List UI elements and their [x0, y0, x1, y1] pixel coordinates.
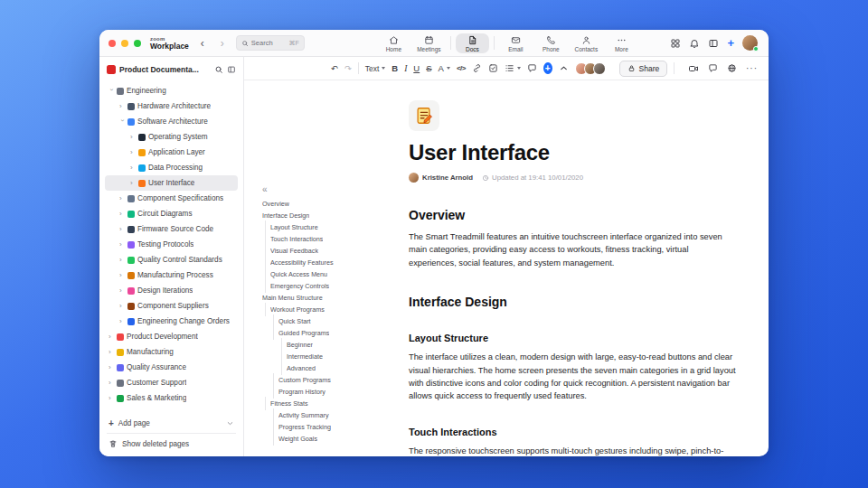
insert-block-button[interactable]: +	[543, 62, 552, 74]
sidebar-page-item[interactable]: › Engineering Change Orders	[105, 314, 238, 329]
redo-button[interactable]: ↷	[344, 61, 352, 76]
outline-item[interactable]: Progress Tracking	[262, 421, 401, 433]
tab-meetings[interactable]: Meetings	[412, 33, 446, 53]
collaborator-avatar[interactable]	[593, 62, 606, 75]
sidebar-page-item[interactable]: › Data Processing	[105, 160, 238, 175]
link-button[interactable]	[472, 61, 482, 76]
italic-button[interactable]: I	[404, 61, 407, 76]
chevron-right-icon[interactable]: ›	[108, 396, 114, 401]
outline-item[interactable]: Accessibility Features	[262, 257, 401, 268]
minimize-window-button[interactable]	[121, 40, 128, 47]
sidebar-collapse-button[interactable]	[227, 65, 236, 74]
sidebar-page-item[interactable]: › Quality Control Standards	[105, 252, 238, 267]
outline-item[interactable]: Weight Goals	[262, 433, 401, 445]
chevron-right-icon[interactable]: ›	[108, 334, 114, 340]
underline-button[interactable]: U	[413, 61, 420, 76]
doc-emoji[interactable]	[409, 100, 439, 131]
outline-item[interactable]: Advanced	[262, 362, 401, 374]
outline-item[interactable]: Beginner	[262, 339, 401, 351]
chevron-right-icon[interactable]: ›	[119, 319, 125, 324]
notifications-button[interactable]	[689, 38, 700, 49]
outline-item[interactable]: Workout Programs	[262, 304, 401, 315]
chevron-right-icon[interactable]: ›	[119, 273, 125, 278]
sidebar-page-item[interactable]: › Component Specifications	[105, 191, 238, 206]
chevron-right-icon[interactable]: ›	[130, 150, 136, 155]
doc-section[interactable]: The interface utilizes a clean, modern d…	[409, 351, 736, 403]
sidebar-page-item[interactable]: › Customer Support	[105, 375, 238, 390]
outline-item[interactable]: Touch Interactions	[262, 233, 401, 245]
chevron-right-icon[interactable]: ›	[108, 350, 114, 355]
text-color-dropdown[interactable]: A	[439, 61, 450, 76]
doc-section[interactable]: Overview	[409, 208, 736, 222]
chevron-right-icon[interactable]: ›	[130, 135, 136, 140]
doc-section[interactable]: Touch Interactions	[409, 427, 736, 437]
sidebar-page-item[interactable]: › Quality Assurance	[105, 360, 238, 375]
chevron-right-icon[interactable]: ›	[108, 380, 114, 386]
sidebar-page-item[interactable]: › Firmware Source Code	[105, 221, 238, 237]
outline-item[interactable]: Emergency Controls	[262, 280, 401, 292]
chevron-right-icon[interactable]: ›	[108, 365, 114, 371]
sidebar-page-item[interactable]: › Manufacturing Process	[105, 267, 238, 283]
chevron-right-icon[interactable]: ›	[130, 165, 136, 171]
chevron-right-icon[interactable]: ›	[119, 104, 125, 109]
text-style-dropdown[interactable]: Text	[365, 61, 386, 76]
tab-home[interactable]: Home	[377, 33, 410, 53]
outline-item[interactable]: Quick Access Menu	[262, 268, 401, 280]
sidebar-page-item[interactable]: › Manufacturing	[105, 344, 238, 360]
zoom-window-button[interactable]	[134, 40, 141, 47]
doc-section[interactable]: Interface Design	[409, 295, 736, 309]
chevron-right-icon[interactable]: ›	[119, 227, 125, 232]
sidebar-page-item[interactable]: › User Interface	[105, 175, 238, 191]
doc-title[interactable]: User Interface	[409, 140, 736, 165]
show-deleted-pages-button[interactable]: Show deleted pages	[105, 436, 238, 451]
nav-forward-button[interactable]: ›	[216, 36, 229, 51]
sidebar-page-item[interactable]: › Sales & Marketing	[105, 390, 238, 406]
global-search-input[interactable]: Search ⌘F	[236, 35, 305, 51]
publish-web-button[interactable]	[727, 61, 737, 76]
nav-back-button[interactable]: ‹	[196, 36, 209, 51]
chevron-right-icon[interactable]: ›	[119, 242, 125, 248]
tab-email[interactable]: Email	[499, 33, 533, 53]
chevron-right-icon[interactable]: ›	[119, 258, 125, 263]
chevron-right-icon[interactable]: ›	[130, 181, 136, 186]
chevron-right-icon[interactable]: ›	[108, 89, 114, 94]
outline-item[interactable]: Guided Programs	[262, 327, 401, 339]
strikethrough-button[interactable]: S	[426, 61, 431, 76]
sidebar-page-item[interactable]: › Software Architecture	[105, 114, 238, 129]
add-page-button[interactable]: + Add page	[105, 416, 238, 430]
close-window-button[interactable]	[108, 40, 116, 47]
outline-item[interactable]: Intermediate	[262, 351, 401, 362]
outline-item[interactable]: Program History	[262, 386, 401, 398]
sidebar-page-item[interactable]: › Testing Protocols	[105, 237, 238, 252]
apps-grid-button[interactable]	[670, 38, 681, 49]
chevron-right-icon[interactable]: ›	[119, 304, 125, 309]
open-comments-button[interactable]	[708, 61, 718, 76]
code-button[interactable]: </>	[457, 61, 466, 76]
sidebar-page-item[interactable]: › Design Iterations	[105, 283, 238, 298]
doc-editor[interactable]: User Interface Kristine Arnold Updated a…	[405, 80, 769, 456]
panel-toggle-button[interactable]	[708, 38, 719, 49]
start-video-button[interactable]	[688, 61, 699, 76]
outline-item[interactable]: Activity Summary	[262, 409, 401, 421]
doc-section[interactable]: Layout Structure	[409, 333, 736, 343]
chevron-right-icon[interactable]: ›	[119, 119, 125, 125]
outline-item[interactable]: Fitness Stats	[262, 398, 401, 409]
chevron-right-icon[interactable]: ›	[119, 211, 125, 217]
undo-button[interactable]: ↶	[331, 61, 338, 76]
user-avatar[interactable]	[742, 35, 758, 51]
sidebar-page-item[interactable]: › Engineering	[105, 83, 238, 99]
outline-item[interactable]: Overview	[262, 198, 401, 210]
comment-button[interactable]	[527, 61, 537, 76]
sidebar-search-button[interactable]	[214, 65, 223, 74]
sidebar-page-item[interactable]: › Component Suppliers	[105, 298, 238, 314]
new-item-button[interactable]: +	[727, 39, 734, 48]
tab-docs[interactable]: Docs	[456, 33, 489, 53]
doc-section[interactable]: The responsive touchscreen supports mult…	[409, 445, 736, 456]
sidebar-page-item[interactable]: › Application Layer	[105, 145, 238, 160]
outline-item[interactable]: Main Menu Structure	[262, 292, 401, 304]
sidebar-page-item[interactable]: › Circuit Diagrams	[105, 206, 238, 221]
tab-phone[interactable]: Phone	[534, 33, 568, 53]
bold-button[interactable]: B	[392, 61, 398, 76]
outline-item[interactable]: Visual Feedback	[262, 245, 401, 257]
sidebar-page-item[interactable]: › Product Development	[105, 329, 238, 344]
